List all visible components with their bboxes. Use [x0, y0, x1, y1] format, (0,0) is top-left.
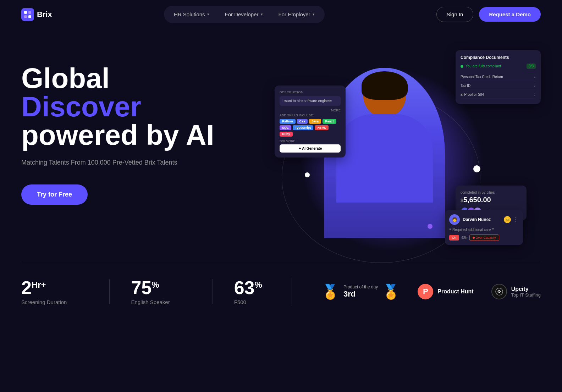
job-input-text: I want to hire software engineer	[280, 96, 341, 106]
stat-screening-number: 2Hr+	[21, 278, 67, 297]
skill-sql: SQL	[280, 125, 291, 130]
doc-name-3: al Proof or SIN	[461, 93, 484, 96]
stat-f500: 63% F500	[234, 278, 283, 305]
signin-button[interactable]: Sign In	[436, 7, 474, 22]
doc-name-2: Tax ID	[461, 84, 470, 88]
darwin-info: Darwin Nunez	[463, 217, 491, 222]
hero-section: Global Discover powered by AI Matching T…	[0, 29, 562, 263]
hero-title-global: Global	[21, 64, 214, 93]
darwin-tag-time: 43h	[461, 236, 467, 240]
orbit-dot-large	[473, 165, 480, 172]
product-hunt-icon: P	[418, 284, 433, 299]
compliance-badge: 3/3	[527, 64, 536, 69]
skill-html: HTML	[315, 125, 329, 130]
skill-tags: Python Css Java React SQL Typescript HTM…	[280, 119, 341, 137]
stat-f500-number: 63%	[234, 278, 262, 297]
compliance-status-text: You are fully compliant	[465, 64, 501, 68]
doc-download-icon-1: ↓	[534, 74, 536, 79]
skills-more-count: 500 MORE +	[280, 139, 341, 143]
chevron-down-icon: ▾	[261, 12, 263, 17]
skill-python: Python	[280, 119, 296, 124]
ai-generate-button[interactable]: ✦ AI Generate	[280, 144, 341, 153]
skill-react: React	[323, 119, 336, 124]
stat-divider-1	[109, 279, 110, 304]
job-more-text: MORE	[280, 109, 341, 112]
stats-bar: 2Hr+ Screening Duration 75% English Spea…	[0, 263, 562, 320]
earnings-desc: completed in 52 cities	[461, 191, 522, 194]
hero-subtitle: Matching Talents From 100,000 Pre-Vetted…	[21, 158, 214, 167]
orbit-dot-purple	[428, 224, 432, 229]
svg-rect-2	[28, 11, 31, 14]
status-dot	[461, 65, 463, 68]
doc-row-2: Tax ID ↓	[461, 81, 536, 90]
doc-name-1: Personal Tax Credit Return	[461, 75, 503, 79]
stat-english: 75% English Speaker	[131, 278, 191, 305]
try-free-button[interactable]: Try for Free	[21, 184, 88, 205]
darwin-more-icon: ⋮	[513, 216, 519, 223]
doc-download-icon-2: ↓	[534, 83, 536, 88]
darwin-header: 🧑 Darwin Nunez 😊 ⋮	[449, 214, 519, 225]
product-day-sublabel: Product of the day	[343, 285, 378, 289]
svg-rect-1	[24, 11, 27, 14]
hero-content: Global Discover powered by AI Matching T…	[21, 50, 214, 205]
capacity-dot	[473, 237, 475, 239]
doc-download-icon-3: ↓	[534, 92, 536, 97]
navbar: Brix HR Solutions ▾ For Developer ▾ For …	[0, 0, 562, 29]
skill-ruby: Ruby	[280, 132, 293, 137]
nav-for-developer[interactable]: For Developer ▾	[218, 8, 270, 21]
darwin-message: ❝ Required additional care ❞	[449, 228, 519, 232]
stat-f500-label: F500	[234, 299, 262, 305]
orbit-dot-white	[305, 172, 310, 177]
darwin-emoji-icon: 😊	[504, 216, 511, 223]
chevron-down-icon: ▾	[313, 12, 315, 17]
stat-english-label: English Speaker	[131, 299, 170, 305]
darwin-action-icons: 😊 ⋮	[504, 216, 519, 223]
nav-hr-solutions[interactable]: HR Solutions ▾	[167, 8, 216, 21]
darwin-tag-capacity: Over Capacity	[469, 234, 499, 241]
product-day-rank: 3rd	[343, 289, 378, 299]
award-upcity: Upcity Top IT Staffing	[491, 284, 541, 299]
job-description-card: DESCRIPTION I want to hire software engi…	[275, 85, 346, 158]
chevron-down-icon: ▾	[207, 12, 209, 17]
skills-label: ADD SKILLS INCLUDE:	[280, 114, 341, 117]
awards-section: 🏅 Product of the day 3rd 🏅 P Product Hun…	[321, 283, 541, 300]
darwin-avatar: 🧑	[449, 214, 460, 225]
upcity-icon	[491, 284, 507, 299]
svg-rect-3	[24, 15, 27, 18]
darwin-card: 🧑 Darwin Nunez 😊 ⋮ ❝ Required additional…	[445, 210, 523, 245]
nav-actions: Sign In Request a Demo	[436, 7, 541, 22]
laurel-left-icon: 🏅	[321, 283, 339, 300]
hero-title-discover: Discover	[21, 93, 214, 121]
darwin-tags: Oh 43h Over Capacity	[449, 234, 519, 241]
brand-logo[interactable]: Brix	[21, 8, 52, 21]
product-day-text: Product of the day 3rd	[343, 285, 378, 299]
stat-divider-2	[213, 279, 213, 304]
quote-close-icon: ❞	[492, 228, 494, 232]
svg-rect-4	[28, 15, 31, 18]
nav-for-employer[interactable]: For Employer ▾	[271, 8, 322, 21]
laurel-right-icon: 🏅	[382, 283, 400, 300]
earnings-amount: $5,650.00	[461, 196, 522, 204]
skill-java: Java	[309, 119, 321, 124]
compliance-status: You are fully compliant 3/3	[461, 64, 536, 69]
skill-css: Css	[297, 119, 308, 124]
hero-title-powered: powered by AI	[21, 121, 214, 149]
quote-icon: ❝	[449, 228, 451, 232]
brix-logo-icon	[21, 8, 34, 21]
svg-rect-0	[21, 8, 34, 21]
nav-for-employer-label: For Employer	[279, 11, 310, 17]
nav-for-developer-label: For Developer	[225, 11, 259, 17]
darwin-message-text: Required additional care	[452, 228, 491, 232]
brand-name: Brix	[37, 10, 52, 19]
awards-divider	[292, 277, 292, 306]
skill-typescript: Typescript	[293, 125, 314, 130]
job-card-label: DESCRIPTION	[280, 90, 341, 94]
compliance-card: Compliance Documents You are fully compl…	[456, 50, 541, 104]
darwin-tag-capacity-text: Over Capacity	[476, 236, 496, 239]
hero-visuals: DESCRIPTION I want to hire software engi…	[271, 50, 541, 249]
compliance-title: Compliance Documents	[461, 55, 536, 60]
product-hunt-label: Product Hunt	[437, 288, 473, 295]
request-demo-button[interactable]: Request a Demo	[479, 7, 541, 22]
stat-english-number: 75%	[131, 278, 170, 297]
svg-point-6	[498, 292, 500, 293]
